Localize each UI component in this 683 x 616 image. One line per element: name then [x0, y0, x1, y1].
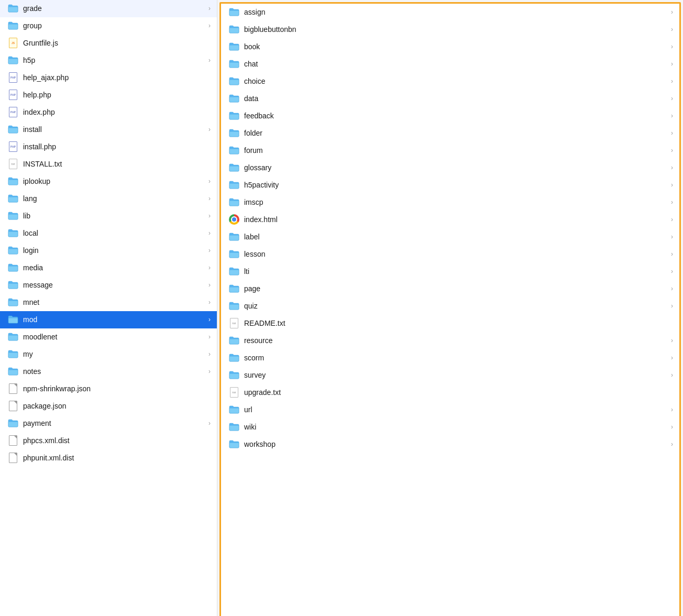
left-item-notes[interactable]: notes› [0, 363, 217, 380]
item-name: local [23, 229, 206, 237]
right-item-wiki[interactable]: wiki› [221, 419, 679, 436]
item-name: message [23, 281, 206, 289]
right-item-bigbluebuttonbn[interactable]: bigbluebuttonbn› [221, 21, 679, 38]
left-item-lang[interactable]: lang› [0, 190, 217, 207]
left-item-lib[interactable]: lib› [0, 207, 217, 225]
right-item-label[interactable]: label› [221, 228, 679, 246]
left-item-login[interactable]: login› [0, 242, 217, 259]
left-item-install_php[interactable]: PHPinstall.php [0, 138, 217, 156]
left-item-phpcs[interactable]: phpcs.xml.dist [0, 432, 217, 449]
left-item-local[interactable]: local› [0, 225, 217, 242]
chevron-icon: › [208, 247, 211, 254]
left-item-grade[interactable]: grade› [0, 0, 217, 17]
right-item-url[interactable]: url› [221, 401, 679, 419]
chevron-icon: › [671, 60, 673, 68]
folder-icon [7, 349, 19, 359]
txt-file-icon: TXT [228, 388, 240, 397]
item-name: login [23, 246, 206, 255]
right-item-glossary[interactable]: glossary› [221, 159, 679, 177]
right-item-readme_txt[interactable]: TXTREADME.txt [221, 315, 679, 332]
left-item-mod[interactable]: mod› [0, 311, 217, 328]
left-item-payment[interactable]: payment› [0, 415, 217, 432]
right-item-workshop[interactable]: workshop› [221, 436, 679, 453]
right-item-survey[interactable]: survey› [221, 367, 679, 384]
folder-icon [228, 284, 240, 293]
chevron-icon: › [671, 354, 673, 361]
chevron-icon: › [208, 333, 211, 340]
folder-icon [228, 353, 240, 362]
right-item-choice[interactable]: choice› [221, 73, 679, 90]
folder-icon [228, 25, 240, 34]
right-item-index_html[interactable]: index.html› [221, 211, 679, 228]
item-name: help_ajax.php [23, 73, 211, 82]
folder-icon [7, 332, 19, 342]
dist-file-icon [7, 453, 19, 463]
left-item-npm_shrinkwrap[interactable]: npm-shrinkwrap.json [0, 380, 217, 398]
folder-icon [228, 128, 240, 138]
right-item-feedback[interactable]: feedback› [221, 107, 679, 125]
folder-icon [228, 439, 240, 449]
item-name: folder [244, 129, 669, 137]
item-name: chat [244, 60, 669, 68]
txt-file-icon: TXT [228, 318, 240, 328]
right-item-assign[interactable]: assign› [221, 4, 679, 21]
left-item-h5p[interactable]: h5p› [0, 52, 217, 69]
left-item-index[interactable]: PHPindex.php [0, 104, 217, 121]
chevron-icon: › [671, 95, 673, 102]
left-item-message[interactable]: message› [0, 277, 217, 294]
chevron-icon: › [208, 299, 211, 306]
right-item-chat[interactable]: chat› [221, 56, 679, 73]
left-item-install[interactable]: install› [0, 121, 217, 138]
chevron-icon: › [671, 371, 673, 379]
right-item-upgrade_txt[interactable]: TXTupgrade.txt [221, 384, 679, 401]
left-item-mnet[interactable]: mnet› [0, 294, 217, 311]
item-name: survey [244, 371, 669, 379]
left-item-install_txt[interactable]: TXTINSTALL.txt [0, 156, 217, 173]
left-item-iplookup[interactable]: iplookup› [0, 173, 217, 190]
right-item-imscp[interactable]: imscp› [221, 194, 679, 211]
right-item-book[interactable]: book› [221, 38, 679, 56]
left-item-help[interactable]: PHPhelp.php [0, 86, 217, 104]
item-name: index.html [244, 215, 669, 224]
left-item-moodlenet[interactable]: moodlenet› [0, 328, 217, 346]
left-item-phpunit[interactable]: phpunit.xml.dist [0, 449, 217, 467]
right-item-lesson[interactable]: lesson› [221, 246, 679, 263]
chevron-icon: › [208, 178, 211, 185]
item-name: label [244, 233, 669, 241]
json-file-icon [7, 384, 19, 393]
folder-icon [7, 280, 19, 290]
right-item-page[interactable]: page› [221, 280, 679, 298]
folder-icon [228, 180, 240, 190]
left-item-help_ajax[interactable]: PHPhelp_ajax.php [0, 69, 217, 86]
item-name: payment [23, 419, 206, 427]
right-item-lti[interactable]: lti› [221, 263, 679, 280]
left-item-group[interactable]: group› [0, 17, 217, 35]
right-item-quiz[interactable]: quiz› [221, 298, 679, 315]
php-file-icon: PHP [7, 90, 19, 100]
chevron-icon: › [208, 368, 211, 375]
folder-icon [228, 267, 240, 276]
folder-icon [7, 4, 19, 13]
item-name: index.php [23, 108, 211, 116]
left-item-media[interactable]: media› [0, 259, 217, 277]
right-item-forum[interactable]: forum› [221, 142, 679, 159]
right-item-scorm[interactable]: scorm› [221, 349, 679, 367]
item-name: bigbluebuttonbn [244, 25, 669, 34]
chevron-icon: › [671, 250, 673, 258]
chevron-icon: › [208, 350, 211, 358]
left-item-gruntfile[interactable]: JSGruntfile.js [0, 35, 217, 52]
right-item-data[interactable]: data› [221, 90, 679, 107]
left-item-my[interactable]: my› [0, 346, 217, 363]
folder-icon [228, 59, 240, 69]
item-name: book [244, 42, 669, 51]
right-item-folder[interactable]: folder› [221, 125, 679, 142]
left-item-package_json[interactable]: package.json [0, 398, 217, 415]
folder-icon [228, 232, 240, 241]
folder-icon [228, 146, 240, 155]
right-item-h5pactivity[interactable]: h5pactivity› [221, 177, 679, 194]
item-name: phpunit.xml.dist [23, 454, 211, 462]
item-name: media [23, 263, 206, 272]
chevron-icon: › [671, 216, 673, 223]
folder-icon [228, 336, 240, 345]
right-item-resource[interactable]: resource› [221, 332, 679, 349]
